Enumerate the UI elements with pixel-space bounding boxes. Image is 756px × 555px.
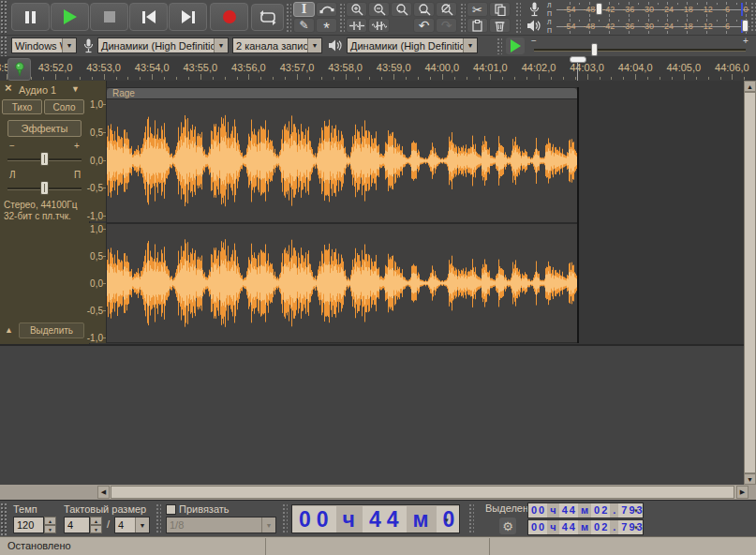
meters-right-edge[interactable] [750,2,756,33]
clip-header[interactable]: Rage [107,88,577,99]
copy-button[interactable] [489,2,511,17]
play-speed-slider[interactable] [534,43,746,56]
play-at-speed-button[interactable] [506,38,525,54]
speed-toolbar-grip[interactable] [497,38,502,54]
vertical-ruler-channel1[interactable]: 1,00,50,0-0,5-1,0 [89,98,107,221]
zoom-out-button[interactable] [368,2,390,17]
tempo-down-button[interactable]: ▼ [44,525,56,533]
envelope-tool-button[interactable] [316,2,337,17]
meter-slider-thumb[interactable] [596,3,602,15]
loop-button[interactable] [251,4,284,31]
zoom-toggle-button[interactable] [436,2,457,17]
time-format-arrow-icon[interactable]: ▼ [437,507,457,533]
selection-end-digits[interactable]: 02 [591,520,610,534]
horizontal-scrollbar-thumb[interactable] [111,486,734,499]
dropdown-arrow-icon[interactable]: ▼ [630,521,642,535]
scroll-right-button[interactable]: ▶ [736,486,749,499]
dropdown-arrow-icon[interactable]: ▼ [630,504,642,518]
zoom-selection-button[interactable] [391,2,412,17]
selection-end-field[interactable]: 00ч44м02.793с▼ [527,519,644,535]
collapse-track-button[interactable]: ▲ [5,325,13,335]
pan-slider-thumb[interactable] [40,181,49,195]
waveform-channel2[interactable] [107,224,577,342]
delete-button[interactable] [489,18,511,33]
draw-tool-button[interactable]: ✎ [293,18,315,33]
redo-button[interactable]: ↷ [436,18,457,33]
audio-position-display[interactable]: 00ч44м03с▼ [291,504,460,533]
device-dock-edge[interactable] [0,36,7,56]
toolbar-dock-edge[interactable] [0,0,7,35]
trim-audio-button[interactable] [346,18,367,33]
tempo-spinner[interactable]: 120 ▲▼ [13,517,56,533]
snap-checkbox[interactable] [166,504,176,515]
effects-button[interactable]: Эффекты [7,120,82,137]
selection-end-unit[interactable]: . [610,520,618,534]
stop-button[interactable] [90,3,128,31]
gain-slider-thumb[interactable] [40,152,49,166]
select-track-button[interactable]: Выделить [19,322,84,338]
recording-meter[interactable]: Л П -54-48-42-36-30-24-18-12-60 [523,1,752,18]
vertical-ruler-channel2[interactable]: 1,00,50,0-0,5-1,0 [89,223,107,343]
selection-end-digits[interactable]: 00 [528,520,547,534]
record-button[interactable] [210,3,248,31]
vertical-scrollbar[interactable]: ▲ ▼ [744,81,756,485]
selection-start-digits[interactable]: 02 [591,503,610,518]
time-display-unit[interactable]: ч [336,506,363,532]
timeline-cursor-handle[interactable] [570,56,586,63]
timeline-ruler[interactable]: 43:51,043:52,043:53,043:54,043:55,043:56… [0,56,756,82]
time-display-digits[interactable]: 44 [363,506,407,532]
snap-toolbar-grip[interactable] [156,503,161,534]
play-button[interactable] [51,3,89,31]
track-close-button[interactable]: × [5,82,12,94]
mute-button[interactable]: Тихо [2,99,42,114]
multi-tool-button[interactable]: * [316,18,337,33]
play-speed-slider-thumb[interactable] [591,43,598,56]
cut-button[interactable]: ✂ [467,2,488,17]
playback-device-dropdown[interactable]: Динамики (High Definition Audio D ▼ [347,38,478,53]
selection-end-unit[interactable]: м [578,520,591,534]
pause-button[interactable] [11,3,50,31]
tempo-up-button[interactable]: ▲ [44,517,56,525]
silence-audio-button[interactable] [368,18,390,33]
timeline-options-button[interactable] [7,58,31,81]
skip-to-start-button[interactable] [129,3,168,31]
recording-meter-grip[interactable] [515,2,521,16]
timesig-up-button[interactable]: ▲ [90,517,102,525]
zoom-toolbar-grip[interactable] [339,3,345,32]
zoom-in-button[interactable] [346,2,367,17]
skip-to-end-button[interactable] [169,3,207,31]
time-toolbar-grip[interactable] [282,503,288,534]
pan-slider[interactable] [7,181,82,196]
audio-host-dropdown[interactable]: Windows WAS ▼ [11,38,77,53]
paste-button[interactable] [467,18,488,33]
meter-slider-thumb[interactable] [742,20,749,32]
selection-end-unit[interactable]: ч [547,520,558,534]
horizontal-scrollbar[interactable] [110,486,736,499]
tools-toolbar-grip[interactable] [286,3,291,32]
timesig-down-button[interactable]: ▼ [90,525,102,533]
selection-start-field[interactable]: 00ч44м02.793с▼ [527,502,644,518]
scroll-down-button[interactable]: ▼ [744,473,756,485]
playback-meter-grip[interactable] [515,19,521,33]
time-display-unit[interactable]: м [407,506,437,532]
snap-dropdown[interactable]: 1/8 ▼ [166,517,276,533]
selection-end-digits[interactable]: 44 [559,520,578,534]
selection-toolbar-grip[interactable] [468,503,474,534]
waveform-channel1[interactable] [107,99,577,222]
recording-device-dropdown[interactable]: Динамики (High Definition Audio D ▼ [97,38,229,53]
zoom-fit-button[interactable] [413,2,435,17]
playback-meter[interactable]: Л П -54-48-42-36-30-24-18-12-60 [523,18,752,35]
track-control-panel[interactable]: × Аудио 1 ▼ Тихо Соло Эффекты − + Л П [0,81,90,344]
vertical-scrollbar-thumb[interactable] [744,92,756,473]
undo-button[interactable]: ↶ [413,18,435,33]
time-display-digits[interactable]: 00 [292,506,336,532]
selection-start-digits[interactable]: 00 [528,503,547,518]
track-menu-arrow-icon[interactable]: ▼ [71,84,80,94]
bottom-dock-edge[interactable] [0,502,7,535]
selection-start-unit[interactable]: м [578,503,591,518]
selection-start-digits[interactable]: 44 [559,503,578,518]
edit-toolbar-grip[interactable] [460,3,466,32]
recording-channels-dropdown[interactable]: 2 канала записи (ст ▼ [232,38,322,53]
selection-start-unit[interactable]: . [610,503,618,518]
timesig-upper-spinner[interactable]: 4 ▲▼ [64,517,102,533]
